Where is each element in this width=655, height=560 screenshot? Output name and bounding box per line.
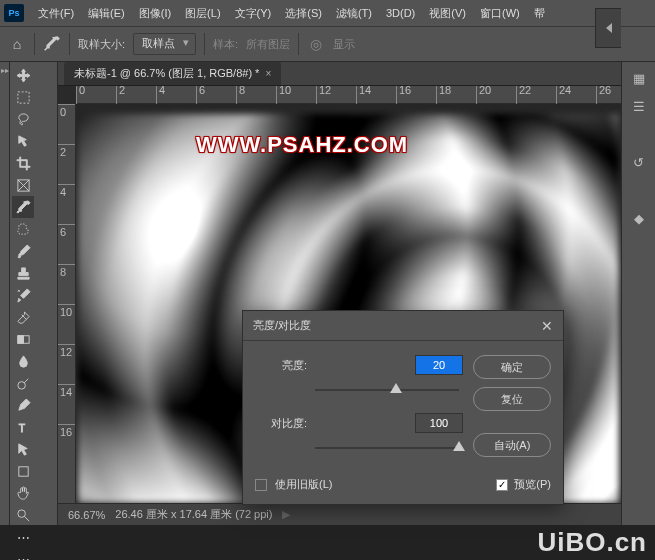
- ok-button[interactable]: 确定: [473, 355, 551, 379]
- document-tab[interactable]: 未标题-1 @ 66.7% (图层 1, RGB/8#) * ×: [64, 62, 281, 85]
- ruler-tick: 6: [58, 224, 75, 264]
- slider-thumb[interactable]: [390, 383, 402, 393]
- ruler-tick: 16: [58, 424, 75, 464]
- dodge-tool[interactable]: [12, 372, 34, 394]
- reset-button[interactable]: 复位: [473, 387, 551, 411]
- extra-tool[interactable]: ⋯: [12, 526, 34, 548]
- show-label: 显示: [333, 37, 355, 52]
- svg-point-4: [17, 381, 25, 389]
- crop-tool[interactable]: [12, 152, 34, 174]
- ruler-tick: 8: [58, 264, 75, 304]
- quick-select-tool[interactable]: [12, 130, 34, 152]
- gradient-tool[interactable]: [12, 328, 34, 350]
- dialog-titlebar[interactable]: 亮度/对比度 ✕: [243, 311, 563, 341]
- home-icon[interactable]: ⌂: [8, 35, 26, 53]
- slider-thumb[interactable]: [453, 441, 465, 451]
- close-tab-icon[interactable]: ×: [265, 68, 271, 79]
- menu-3d[interactable]: 3D(D): [380, 4, 421, 22]
- pen-tool[interactable]: [12, 394, 34, 416]
- ruler-tick: 10: [276, 86, 316, 104]
- menu-edit[interactable]: 编辑(E): [82, 3, 131, 24]
- gutter: ▸▸: [0, 62, 10, 525]
- brush-tool[interactable]: [12, 240, 34, 262]
- menu-layer[interactable]: 图层(L): [179, 3, 226, 24]
- preview-label: 预览(P): [514, 477, 551, 492]
- history-panel-icon[interactable]: ↺: [629, 152, 649, 172]
- dialog-footer: 使用旧版(L) ✓ 预览(P): [243, 477, 563, 504]
- collapse-icon[interactable]: ▸▸: [1, 66, 9, 75]
- ruler-tick: 6: [196, 86, 236, 104]
- frame-tool[interactable]: [12, 174, 34, 196]
- dialog-close-icon[interactable]: ✕: [541, 318, 553, 334]
- menu-window[interactable]: 窗口(W): [474, 3, 526, 24]
- brightness-slider[interactable]: [315, 381, 459, 399]
- ruler-tick: 0: [58, 104, 75, 144]
- menu-view[interactable]: 视图(V): [423, 3, 472, 24]
- svg-rect-6: [18, 466, 27, 475]
- options-bar: ⌂ 取样大小: 取样点 ▾ 样本: 所有图层 ◎ 显示: [0, 26, 655, 62]
- panel-layout-icon[interactable]: ▦: [629, 68, 649, 88]
- menu-type[interactable]: 文字(Y): [229, 3, 278, 24]
- menu-file[interactable]: 文件(F): [32, 3, 80, 24]
- edit-toolbar[interactable]: ⋯: [12, 548, 34, 560]
- svg-rect-3: [17, 335, 23, 343]
- menu-help[interactable]: 帮: [528, 3, 551, 24]
- ruler-tick: 2: [116, 86, 156, 104]
- ruler-tick: 12: [316, 86, 356, 104]
- type-tool[interactable]: T: [12, 416, 34, 438]
- brightness-label: 亮度:: [255, 358, 307, 373]
- svg-text:T: T: [18, 423, 25, 434]
- ruler-tick: 18: [436, 86, 476, 104]
- shape-tool[interactable]: [12, 460, 34, 482]
- menu-image[interactable]: 图像(I): [133, 3, 177, 24]
- menu-filter[interactable]: 滤镜(T): [330, 3, 378, 24]
- status-bar: 66.67% 26.46 厘米 x 17.64 厘米 (72 ppi) ▶: [58, 503, 621, 525]
- dialog-title: 亮度/对比度: [253, 318, 311, 333]
- collapse-right-tab[interactable]: [595, 8, 621, 48]
- menu-select[interactable]: 选择(S): [279, 3, 328, 24]
- eraser-tool[interactable]: [12, 306, 34, 328]
- blur-tool[interactable]: [12, 350, 34, 372]
- ruler-tick: 14: [58, 384, 75, 424]
- ruler-vertical: 0246810121416: [58, 104, 76, 503]
- zoom-tool[interactable]: [12, 504, 34, 526]
- contrast-slider[interactable]: [315, 439, 459, 457]
- brightness-contrast-dialog: 亮度/对比度 ✕ 亮度: 20 对比度: 100 确定: [242, 310, 564, 505]
- properties-panel-icon[interactable]: ◆: [629, 208, 649, 228]
- move-tool[interactable]: [12, 64, 34, 86]
- toolbox: T ⋯ ⋯: [10, 62, 58, 525]
- marquee-tool[interactable]: [12, 86, 34, 108]
- hand-tool[interactable]: [12, 482, 34, 504]
- sample-group-value: 所有图层: [246, 37, 290, 52]
- stamp-tool[interactable]: [12, 262, 34, 284]
- ruler-tick: 26: [596, 86, 636, 104]
- path-select-tool[interactable]: [12, 438, 34, 460]
- contrast-input[interactable]: 100: [415, 413, 463, 433]
- ruler-tick: 24: [556, 86, 596, 104]
- eyedropper-tool-icon[interactable]: [43, 35, 61, 53]
- site-watermark: UiBO.cn: [537, 527, 647, 558]
- zoom-value[interactable]: 66.67%: [68, 509, 105, 521]
- slider-track: [315, 389, 459, 391]
- legacy-checkbox[interactable]: [255, 479, 267, 491]
- document-tab-title: 未标题-1 @ 66.7% (图层 1, RGB/8#) *: [74, 66, 259, 81]
- patch-tool[interactable]: [12, 218, 34, 240]
- contrast-label: 对比度:: [255, 416, 307, 431]
- status-arrow-icon[interactable]: ▶: [282, 508, 290, 521]
- brightness-input[interactable]: 20: [415, 355, 463, 375]
- svg-rect-0: [17, 91, 28, 102]
- ruler-horizontal: 02468101214161820222426: [76, 86, 621, 104]
- ruler-tick: 0: [76, 86, 116, 104]
- document-tabs: 未标题-1 @ 66.7% (图层 1, RGB/8#) * ×: [58, 62, 621, 86]
- ruler-tick: 4: [58, 184, 75, 224]
- eyedropper-tool[interactable]: [12, 196, 34, 218]
- lasso-tool[interactable]: [12, 108, 34, 130]
- preview-checkbox[interactable]: ✓: [496, 479, 508, 491]
- ruler-tick: 8: [236, 86, 276, 104]
- sample-size-select[interactable]: 取样点 ▾: [133, 33, 196, 55]
- ruler-tick: 2: [58, 144, 75, 184]
- auto-button[interactable]: 自动(A): [473, 433, 551, 457]
- history-brush-tool[interactable]: [12, 284, 34, 306]
- svg-point-7: [17, 509, 25, 517]
- legacy-label: 使用旧版(L): [275, 477, 332, 492]
